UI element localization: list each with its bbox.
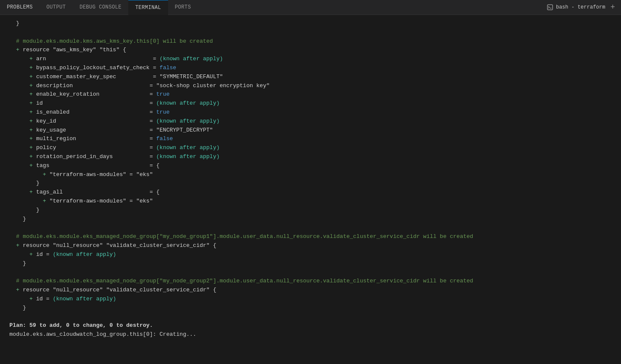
terminal-line xyxy=(9,268,621,277)
tab-terminal[interactable]: TERMINAL xyxy=(128,0,168,15)
terminal-line: + resource "null_resource" "validate_clu… xyxy=(9,241,621,250)
terminal-line: + description = "sock-shop cluster encry… xyxy=(9,82,621,91)
terminal-line: + is_enabled = true xyxy=(9,108,621,117)
terminal-line: } xyxy=(9,215,621,224)
tab-ports-label: PORTS xyxy=(175,4,191,10)
add-button-label: + xyxy=(610,3,615,12)
new-terminal-button[interactable]: + xyxy=(609,3,617,12)
tab-output-label: OUTPUT xyxy=(47,4,66,10)
terminal-line: } xyxy=(9,179,621,188)
terminal-line: + id = (known after apply) xyxy=(9,295,621,304)
terminal-tab-right: bash - terraform + xyxy=(547,3,621,12)
terminal-line xyxy=(9,223,621,232)
terminal-line: } xyxy=(9,19,621,28)
terminal-label-text: bash - terraform xyxy=(556,4,605,10)
terminal-line: } xyxy=(9,206,621,215)
terminal-line: + "terraform-aws-modules" = "eks" xyxy=(9,197,621,206)
terminal-line: + tags_all = { xyxy=(9,188,621,197)
tab-output[interactable]: OUTPUT xyxy=(40,0,73,15)
terminal-line: + resource "aws_kms_key" "this" { xyxy=(9,46,621,55)
terminal-line xyxy=(9,312,621,321)
terminal-body[interactable]: } # module.eks.module.kms.aws_kms_key.th… xyxy=(0,15,621,364)
terminal-line: # module.eks.module.eks_managed_node_gro… xyxy=(9,232,621,241)
terminal-line: + id = (known after apply) xyxy=(9,99,621,108)
terminal-instance-label[interactable]: bash - terraform xyxy=(547,4,605,11)
terminal-line: + policy = (known after apply) xyxy=(9,144,621,153)
tab-problems-label: PROBLEMS xyxy=(7,4,33,10)
terminal-line: + key_usage = "ENCRYPT_DECRYPT" xyxy=(9,126,621,135)
tab-ports[interactable]: PORTS xyxy=(168,0,198,15)
terminal-line: + customer_master_key_spec = "SYMMETRIC_… xyxy=(9,73,621,82)
terminal-shell-icon xyxy=(547,4,553,11)
terminal-line: + "terraform-aws-modules" = "eks" xyxy=(9,170,621,179)
terminal-line: + bypass_policy_lockout_safety_check = f… xyxy=(9,64,621,73)
terminal-line: # module.eks.module.kms.aws_kms_key.this… xyxy=(9,37,621,46)
terminal-line: + enable_key_rotation = true xyxy=(9,90,621,99)
terminal-line: + key_id = (known after apply) xyxy=(9,117,621,126)
terminal-line: # module.eks.module.eks_managed_node_gro… xyxy=(9,277,621,286)
terminal-line xyxy=(9,28,621,37)
tab-debug-console[interactable]: DEBUG CONSOLE xyxy=(73,0,128,15)
tab-bar: PROBLEMS OUTPUT DEBUG CONSOLE TERMINAL P… xyxy=(0,0,621,15)
terminal-line: module.eks.aws_cloudwatch_log_group.this… xyxy=(9,330,621,339)
terminal-line: } xyxy=(9,304,621,313)
terminal-line: } xyxy=(9,259,621,268)
tab-terminal-label: TERMINAL xyxy=(135,5,161,11)
tab-debug-console-label: DEBUG CONSOLE xyxy=(80,4,121,10)
terminal-line: + resource "null_resource" "validate_clu… xyxy=(9,286,621,295)
svg-rect-0 xyxy=(547,5,553,10)
terminal-line: + id = (known after apply) xyxy=(9,250,621,259)
tab-problems[interactable]: PROBLEMS xyxy=(0,0,40,15)
terminal-line: + rotation_period_in_days = (known after… xyxy=(9,153,621,161)
terminal-output: } # module.eks.module.kms.aws_kms_key.th… xyxy=(9,19,621,339)
terminal-line: + arn = (known after apply) xyxy=(9,55,621,64)
terminal-line: + tags = { xyxy=(9,161,621,170)
terminal-line: Plan: 59 to add, 0 to change, 0 to destr… xyxy=(9,321,621,330)
terminal-line: + multi_region = false xyxy=(9,135,621,144)
